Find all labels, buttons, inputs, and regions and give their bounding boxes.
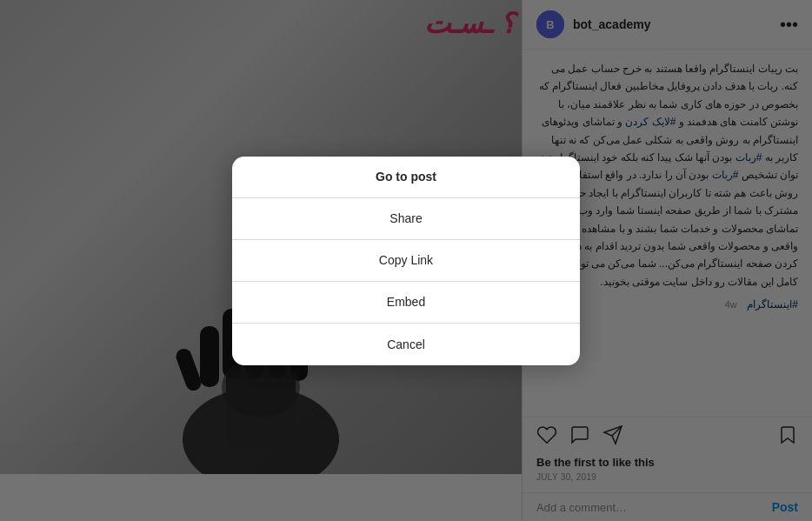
go-to-post-label: Go to post xyxy=(376,170,436,184)
share-label: Share xyxy=(389,211,422,225)
cancel-label: Cancel xyxy=(387,337,425,351)
modal-item-cancel[interactable]: Cancel xyxy=(232,324,580,365)
modal-item-embed[interactable]: Embed xyxy=(232,282,580,324)
modal-overlay[interactable]: Go to post Share Copy Link Embed Cancel xyxy=(0,0,812,521)
share-modal: Go to post Share Copy Link Embed Cancel xyxy=(232,157,580,365)
copy-link-label: Copy Link xyxy=(379,253,433,267)
embed-label: Embed xyxy=(387,295,425,309)
modal-item-share[interactable]: Share xyxy=(232,198,580,240)
modal-item-copy-link[interactable]: Copy Link xyxy=(232,240,580,282)
modal-item-go-to-post[interactable]: Go to post xyxy=(232,157,580,198)
